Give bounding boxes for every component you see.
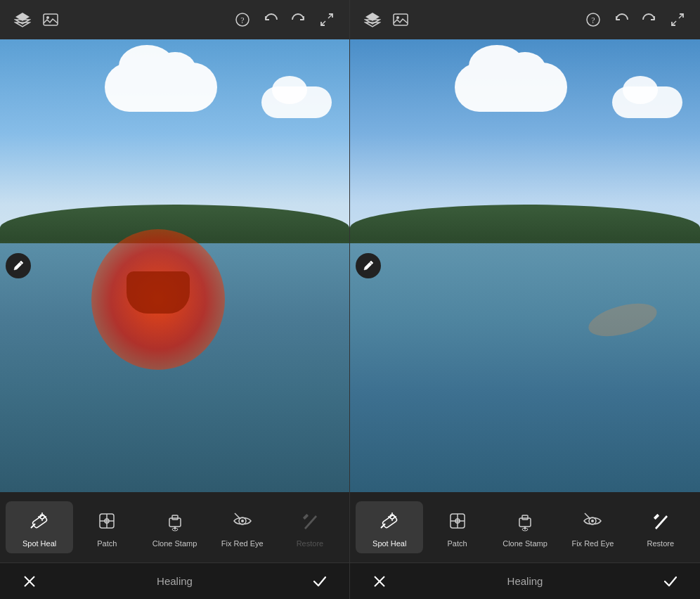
svg-point-36 (396, 16, 399, 19)
right-action-bar: Healing (350, 562, 700, 599)
left-restore-label: Restore (297, 539, 324, 548)
left-boat (127, 271, 190, 314)
svg-text:?: ? (240, 15, 244, 25)
svg-line-59 (585, 513, 590, 518)
left-image-area (0, 39, 349, 492)
expand-icon-left[interactable] (316, 8, 338, 31)
right-photo (350, 39, 700, 492)
left-confirm-button[interactable] (307, 569, 332, 594)
svg-rect-22 (172, 515, 178, 520)
redo-icon-left[interactable] (287, 8, 310, 31)
right-toolbar-right: ? (582, 8, 689, 31)
right-bottom-toolbar: Spot Heal Patch (350, 492, 700, 562)
left-panel: ? (0, 0, 350, 599)
svg-point-4 (46, 16, 49, 19)
main-container: ? (0, 0, 700, 599)
spot-heal-icon-left (25, 507, 53, 535)
patch-icon-left (93, 507, 121, 535)
svg-marker-34 (365, 22, 380, 27)
right-patch-label: Patch (448, 539, 467, 548)
right-brush-indicator (356, 253, 381, 278)
spot-heal-icon-right (375, 507, 403, 535)
restore-icon-right (647, 507, 675, 535)
right-cloud1 (455, 63, 567, 112)
right-image-area (350, 39, 700, 492)
right-toolbar-left (361, 8, 412, 31)
left-clone-stamp-label: Clone Stamp (153, 539, 197, 548)
right-tool-patch[interactable]: Patch (423, 501, 491, 553)
svg-line-40 (672, 21, 676, 25)
right-action-title: Healing (392, 575, 658, 587)
svg-marker-2 (15, 22, 30, 27)
left-cancel-button[interactable] (17, 569, 42, 594)
right-tool-clone-stamp[interactable]: Clone Stamp (491, 501, 559, 553)
left-toolbar-left (11, 8, 62, 31)
left-fix-red-eye-label: Fix Red Eye (221, 539, 264, 548)
left-tool-clone-stamp[interactable]: Clone Stamp (141, 501, 208, 553)
left-cloud2 (261, 86, 332, 118)
right-fix-red-eye-label: Fix Red Eye (571, 539, 614, 548)
left-spot-heal-label: Spot Heal (22, 539, 56, 548)
right-tool-fix-red-eye[interactable]: Fix Red Eye (559, 501, 626, 553)
svg-point-58 (591, 520, 594, 522)
clone-stamp-icon-left (161, 507, 189, 535)
restore-icon-left (296, 507, 324, 535)
fix-red-eye-icon-left (228, 507, 257, 535)
patch-icon-right (443, 507, 472, 535)
svg-line-27 (235, 513, 240, 518)
image-icon-right[interactable] (389, 8, 412, 31)
svg-text:?: ? (591, 15, 595, 25)
left-cloud1 (105, 63, 217, 112)
right-clone-stamp-label: Clone Stamp (503, 539, 547, 548)
left-toolbar: ? (0, 0, 349, 39)
left-tool-fix-red-eye[interactable]: Fix Red Eye (209, 501, 276, 553)
svg-rect-54 (522, 515, 528, 520)
undo-icon-right[interactable] (610, 8, 633, 31)
svg-rect-3 (44, 14, 58, 25)
left-brush-indicator (6, 253, 31, 278)
layers-icon-right[interactable] (361, 8, 384, 31)
left-selection-overlay (91, 229, 225, 370)
left-bottom-toolbar: Spot Heal Patch (0, 492, 349, 562)
help-icon-right[interactable]: ? (582, 8, 604, 31)
right-confirm-button[interactable] (658, 569, 683, 594)
right-panel: ? (350, 0, 700, 599)
left-tool-patch[interactable]: Patch (73, 501, 141, 553)
right-restore-label: Restore (647, 539, 675, 548)
redo-icon-right[interactable] (638, 8, 661, 31)
undo-icon-left[interactable] (259, 8, 282, 31)
right-cloud2 (612, 86, 682, 118)
right-water (350, 243, 700, 492)
layers-icon[interactable] (11, 8, 34, 31)
right-tool-restore[interactable]: Restore (627, 501, 694, 553)
right-toolbar: ? (350, 0, 700, 39)
right-cancel-button[interactable] (367, 569, 392, 594)
left-tool-spot-heal[interactable]: Spot Heal (6, 501, 73, 553)
clone-stamp-icon-right (511, 507, 539, 535)
help-icon-left[interactable]: ? (231, 8, 254, 31)
svg-rect-61 (654, 514, 659, 520)
svg-rect-35 (394, 14, 408, 25)
expand-icon-right[interactable] (666, 8, 689, 31)
svg-point-26 (241, 520, 244, 522)
fix-red-eye-icon-right (578, 507, 607, 535)
image-icon[interactable] (39, 8, 62, 31)
left-photo (0, 39, 349, 492)
right-spot-heal-label: Spot Heal (372, 539, 406, 548)
svg-rect-29 (303, 514, 309, 520)
left-action-bar: Healing (0, 562, 349, 599)
left-patch-label: Patch (97, 539, 117, 548)
left-toolbar-right: ? (231, 8, 338, 31)
left-tool-restore[interactable]: Restore (276, 501, 344, 553)
left-action-title: Healing (42, 575, 307, 587)
right-tool-spot-heal[interactable]: Spot Heal (356, 501, 423, 553)
